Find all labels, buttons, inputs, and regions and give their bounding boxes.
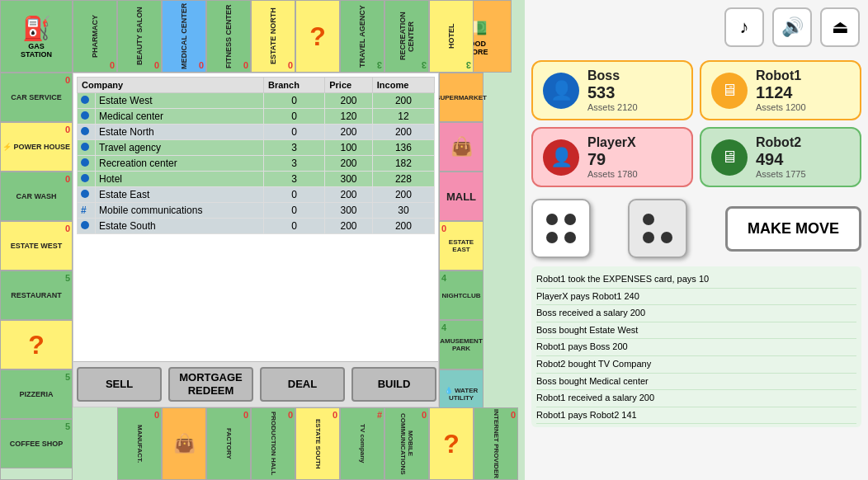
company-income: 136 — [372, 140, 434, 156]
col-company: Company — [78, 78, 264, 93]
player-name-boss: Boss — [587, 68, 638, 83]
cell-factory: 0 FACTORY — [206, 407, 251, 480]
dot-cell — [78, 187, 96, 203]
company-dot — [81, 190, 89, 198]
table-row[interactable]: Estate East 0 200 200 — [78, 187, 435, 203]
cell-travel-agency: 3 TRAVEL AGENCY — [340, 0, 384, 73]
dot-cell — [78, 109, 96, 125]
cell-fitness-center: 0 FITNESS CENTER — [206, 0, 251, 73]
cell-estate-north: 0 ESTATE NORTH — [251, 0, 295, 73]
company-name: Travel agency — [96, 140, 264, 156]
cell-restaurant: 5 RESTAURANT — [0, 271, 73, 320]
table-row[interactable]: # Mobile communications 0 300 30 — [78, 203, 435, 219]
deal-button[interactable]: DEAL — [260, 367, 345, 402]
dot-cell — [78, 140, 96, 156]
build-button[interactable]: BUILD — [351, 367, 436, 402]
company-price: 200 — [325, 156, 373, 172]
sound-button[interactable]: 🔊 — [772, 7, 812, 47]
company-income: 182 — [372, 156, 434, 172]
log-area[interactable]: Robot1 took the EXPENSES card, pays 10Pl… — [531, 266, 861, 427]
cell-hotel: 3 HOTEL — [429, 0, 474, 73]
company-dot — [81, 174, 89, 182]
sell-button[interactable]: SELL — [77, 367, 162, 402]
company-table-container[interactable]: Company Branch Price Income Estate West … — [73, 73, 438, 362]
company-income: 200 — [372, 187, 434, 203]
avatar-boss: 👤 — [543, 73, 579, 109]
table-row[interactable]: Estate South 0 200 200 — [78, 219, 435, 234]
company-dot — [81, 221, 89, 229]
cell-mall: MALL — [439, 172, 484, 221]
table-row[interactable]: Medical center 0 120 12 — [78, 109, 435, 125]
dot-cell — [78, 125, 96, 140]
log-entry: Robot1 received a salary 200 — [536, 390, 856, 407]
company-dot — [81, 127, 89, 135]
company-dot — [81, 158, 89, 167]
table-row[interactable]: Estate West 0 200 200 — [78, 93, 435, 109]
players-grid: 👤 Boss 533 Assets 2120 🖥 Robot1 1124 Ass… — [525, 54, 868, 194]
dot — [564, 232, 576, 243]
mortgage-redeem-button[interactable]: MORTGAGEREDEEM — [168, 367, 253, 402]
table-row[interactable]: Travel agency 3 100 136 — [78, 140, 435, 156]
cell-internet-provider: 0 INTERNET PROVIDER — [474, 407, 518, 480]
action-buttons: SELL MORTGAGEREDEEM DEAL BUILD — [73, 361, 439, 407]
person-icon-playerx: 👤 — [550, 147, 573, 168]
company-income: 200 — [372, 219, 434, 234]
cell-pizzeria: 5 PIZZERIA — [0, 369, 73, 419]
company-income: 228 — [372, 172, 434, 187]
dot — [661, 232, 672, 243]
company-branch: 3 — [264, 172, 325, 187]
dot — [643, 232, 654, 243]
company-branch: 0 — [264, 109, 325, 125]
exit-button[interactable]: ⏏ — [820, 7, 860, 47]
cell-power-house: 0 ⚡ POWER HOUSE — [0, 122, 73, 172]
company-income: 200 — [372, 125, 434, 140]
avatar-robot1: 🖥 — [711, 73, 748, 109]
company-name: Estate West — [96, 93, 264, 109]
cell-estate-east: 0 ESTATE EAST — [439, 221, 484, 271]
player-assets-robot2: Assets 1775 — [756, 169, 806, 179]
dot — [546, 232, 558, 243]
company-branch: 3 — [264, 156, 325, 172]
company-branch: 0 — [264, 93, 325, 109]
company-name: Hotel — [96, 172, 264, 187]
bottom-row: 0 INTERNET PROVIDER ? 0 MOBILE COMMUNICA… — [73, 407, 518, 480]
company-branch: 0 — [264, 203, 325, 219]
music-icon: ♪ — [740, 16, 749, 38]
dot — [546, 214, 558, 225]
cell-supermarket: SUPERMARKET — [439, 73, 484, 122]
log-entry: Robot1 pays Robot2 141 — [536, 407, 856, 425]
cell-beauty-salon: 0 BEAUTY SALON — [117, 0, 162, 73]
player-money-boss: 533 — [587, 83, 638, 102]
left-col: 0 CAR SERVICE 0 ⚡ POWER HOUSE 0 CAR WASH… — [0, 73, 73, 468]
table-row[interactable]: Hotel 3 300 228 — [78, 172, 435, 187]
company-name: Medical center — [96, 109, 264, 125]
player-card-robot2: 🖥 Robot2 494 Assets 1775 — [700, 127, 861, 187]
company-price: 300 — [325, 172, 373, 187]
dice-area: MAKE MOVE — [525, 194, 868, 263]
music-button[interactable]: ♪ — [724, 7, 764, 47]
cell-amusement-park: 4 AMUSEMENT PARK — [439, 320, 484, 369]
col-income: Income — [372, 78, 434, 93]
company-price: 200 — [325, 125, 373, 140]
cell-medical-center: 0 MEDICAL CENTER — [162, 0, 206, 73]
cell-bag: 👜 — [439, 122, 484, 172]
make-move-button[interactable]: MAKE MOVE — [725, 206, 861, 252]
company-price: 100 — [325, 140, 373, 156]
cell-tv-company: # TV company — [340, 407, 384, 480]
table-row[interactable]: Estate North 0 200 200 — [78, 125, 435, 140]
log-entry: Robot1 took the EXPENSES card, pays 10 — [536, 271, 856, 289]
table-row[interactable]: Recreation center 3 200 182 — [78, 156, 435, 172]
company-dot — [81, 111, 89, 120]
player-assets-boss: Assets 2120 — [587, 102, 638, 112]
company-branch: 0 — [264, 187, 325, 203]
right-panel: ♪ 🔊 ⏏ 👤 Boss 533 Assets 2120 🖥 — [525, 0, 868, 480]
log-entry: Robot1 pays Boss 200 — [536, 339, 856, 356]
company-price: 120 — [325, 109, 373, 125]
company-name: Estate South — [96, 219, 264, 234]
col-branch: Branch — [264, 78, 325, 93]
avatar-playerx: 👤 — [543, 139, 579, 176]
cell-car-wash: 0 CAR WASH — [0, 172, 73, 221]
dot-cell — [78, 156, 96, 172]
top-row: 0 PHARMACY 0 BEAUTY SALON 0 MEDICAL CENT… — [73, 0, 518, 73]
gas-station-icon: ⛽ — [22, 15, 51, 42]
